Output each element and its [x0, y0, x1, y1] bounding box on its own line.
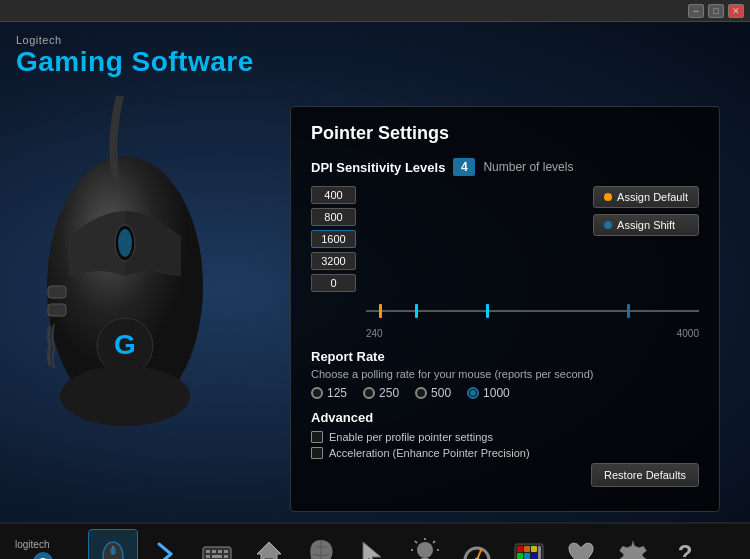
- radio-label-500: 500: [431, 386, 451, 400]
- minimize-button[interactable]: –: [688, 4, 704, 18]
- radio-label-250: 250: [379, 386, 399, 400]
- radio-circle-125: [311, 387, 323, 399]
- page-title: Gaming Software: [16, 46, 734, 78]
- dpi-slider-area: 240 4000: [311, 296, 699, 339]
- advanced-title: Advanced: [311, 410, 699, 425]
- dpi-level-count[interactable]: 4: [453, 158, 475, 176]
- dpi-value-3200[interactable]: 3200: [311, 252, 356, 270]
- svg-text:G: G: [114, 329, 136, 360]
- svg-rect-41: [517, 553, 523, 559]
- svg-rect-43: [531, 553, 537, 559]
- report-rate-section: Report Rate Choose a polling rate for yo…: [311, 349, 699, 400]
- taskbar-mouse-icon[interactable]: G: [88, 529, 138, 559]
- dpi-value-1600[interactable]: 1600: [311, 230, 356, 248]
- assign-shift-label: Assign Shift: [617, 219, 675, 231]
- svg-rect-18: [212, 550, 216, 553]
- svg-text:logitech: logitech: [15, 539, 49, 550]
- title-bar: – □ ✕: [0, 0, 750, 22]
- radio-label-125: 125: [327, 386, 347, 400]
- checkbox-box-acceleration: [311, 447, 323, 459]
- taskbar-home-icon[interactable]: [244, 529, 294, 559]
- svg-rect-40: [531, 546, 537, 552]
- svg-point-13: [110, 547, 116, 555]
- settings-panel: Pointer Settings DPI Sensitivity Levels …: [290, 106, 720, 512]
- taskbar-settings-icon[interactable]: [608, 529, 658, 559]
- svg-marker-27: [363, 542, 381, 559]
- radio-item-250[interactable]: 250: [363, 386, 399, 400]
- svg-rect-44: [538, 546, 541, 559]
- assign-default-button[interactable]: Assign Default: [593, 186, 699, 208]
- dpi-section-header: DPI Sensitivity Levels 4 Number of level…: [311, 158, 699, 176]
- radio-item-125[interactable]: 125: [311, 386, 347, 400]
- taskbar-pointer-icon[interactable]: [348, 529, 398, 559]
- dpi-controls-area: 400 800 1600 3200 0: [311, 186, 699, 292]
- radio-circle-500: [415, 387, 427, 399]
- dpi-label: DPI Sensitivity Levels: [311, 160, 445, 175]
- checkbox-enable-profile[interactable]: Enable per profile pointer settings: [311, 431, 699, 443]
- taskbar-performance-icon[interactable]: [452, 529, 502, 559]
- header: Logitech Gaming Software: [0, 22, 750, 86]
- slider-marker-3200[interactable]: [627, 304, 630, 318]
- dpi-value-400[interactable]: 400: [311, 186, 356, 204]
- taskbar: logitech G G: [0, 522, 750, 559]
- report-rate-description: Choose a polling rate for your mouse (re…: [311, 368, 699, 380]
- taskbar-lighting-icon[interactable]: [400, 529, 450, 559]
- dpi-levels-list: 400 800 1600 3200 0: [311, 186, 356, 292]
- checkbox-box-profile: [311, 431, 323, 443]
- restore-defaults-button[interactable]: Restore Defaults: [591, 463, 699, 487]
- svg-line-32: [433, 541, 435, 543]
- maximize-button[interactable]: □: [708, 4, 724, 18]
- logitech-logo: logitech G: [8, 529, 78, 559]
- checkbox-label-acceleration: Acceleration (Enhance Pointer Precision): [329, 447, 530, 459]
- taskbar-surface-icon[interactable]: [504, 529, 554, 559]
- svg-rect-39: [524, 546, 530, 552]
- orange-dot-icon: [604, 193, 612, 201]
- close-button[interactable]: ✕: [728, 4, 744, 18]
- taskbar-help-icon[interactable]: ?: [660, 529, 710, 559]
- list-item: 0: [311, 274, 356, 292]
- svg-rect-20: [224, 550, 228, 553]
- list-item: 3200: [311, 252, 356, 270]
- advanced-section: Advanced Enable per profile pointer sett…: [311, 410, 699, 487]
- svg-rect-3: [48, 286, 66, 298]
- dpi-value-800[interactable]: 800: [311, 208, 356, 226]
- taskbar-profile-icon[interactable]: [296, 529, 346, 559]
- slider-marker-800[interactable]: [415, 304, 418, 318]
- radio-item-500[interactable]: 500: [415, 386, 451, 400]
- svg-text:?: ?: [678, 540, 693, 559]
- svg-rect-19: [218, 550, 222, 553]
- mouse-illustration: G: [20, 96, 250, 436]
- svg-point-7: [60, 366, 190, 426]
- svg-rect-42: [524, 553, 530, 559]
- assign-shift-button[interactable]: Assign Shift: [593, 214, 699, 236]
- svg-rect-38: [517, 546, 523, 552]
- report-rate-options: 125 250 500 1000: [311, 386, 699, 400]
- taskbar-macro-icon[interactable]: [556, 529, 606, 559]
- dpi-value-0[interactable]: 0: [311, 274, 356, 292]
- report-rate-title: Report Rate: [311, 349, 699, 364]
- slider-min-label: 240: [366, 328, 383, 339]
- radio-item-1000[interactable]: 1000: [467, 386, 510, 400]
- checkbox-label-profile: Enable per profile pointer settings: [329, 431, 493, 443]
- svg-rect-21: [206, 555, 210, 558]
- checkbox-acceleration[interactable]: Acceleration (Enhance Pointer Precision): [311, 447, 699, 459]
- panel-title: Pointer Settings: [311, 123, 699, 144]
- radio-label-1000: 1000: [483, 386, 510, 400]
- list-item: 400: [311, 186, 356, 204]
- num-levels-label: Number of levels: [483, 160, 573, 174]
- radio-circle-1000: [467, 387, 479, 399]
- svg-line-33: [415, 541, 417, 543]
- assign-default-label: Assign Default: [617, 191, 688, 203]
- slider-marker-400[interactable]: [379, 304, 382, 318]
- taskbar-next-arrow[interactable]: [140, 529, 190, 559]
- slider-marker-1600[interactable]: [486, 304, 489, 318]
- assign-buttons-group: Assign Default Assign Shift: [593, 186, 699, 236]
- svg-rect-22: [212, 555, 222, 558]
- svg-point-2: [118, 229, 132, 257]
- main-container: Logitech Gaming Software: [0, 22, 750, 559]
- slider-track-container[interactable]: [366, 296, 699, 326]
- taskbar-keyboard-icon[interactable]: [192, 529, 242, 559]
- content-area: G Pointer Settings DPI Sensitivity Level…: [0, 86, 750, 522]
- title-bar-controls: – □ ✕: [688, 4, 744, 18]
- radio-dot-1000: [470, 390, 476, 396]
